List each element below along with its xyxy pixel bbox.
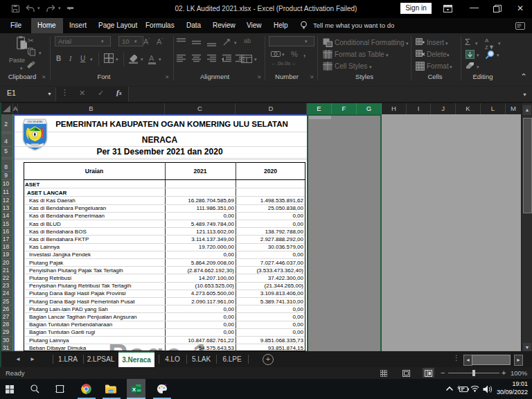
svg-text:OKU SELATAN: OKU SELATAN: [28, 121, 42, 123]
svg-text:X: X: [132, 387, 136, 393]
